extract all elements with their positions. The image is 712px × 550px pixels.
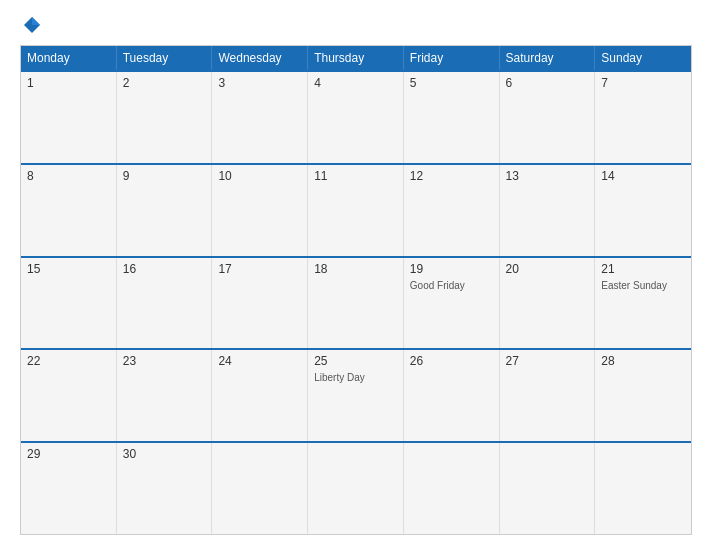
cal-cell-28: 28 [595,350,691,441]
day-number: 17 [218,262,301,276]
day-number: 16 [123,262,206,276]
cal-cell-2: 2 [117,72,213,163]
cal-cell-25: 25Liberty Day [308,350,404,441]
day-number: 1 [27,76,110,90]
day-number: 21 [601,262,685,276]
day-number: 13 [506,169,589,183]
header-day-monday: Monday [21,46,117,70]
cal-cell-9: 9 [117,165,213,256]
cal-cell-14: 14 [595,165,691,256]
day-number: 11 [314,169,397,183]
week-row-4: 22232425Liberty Day262728 [21,348,691,441]
cal-cell-20: 20 [500,258,596,349]
cal-cell-empty-6 [595,443,691,534]
day-number: 28 [601,354,685,368]
cal-cell-23: 23 [117,350,213,441]
cal-cell-empty-3 [308,443,404,534]
cal-cell-10: 10 [212,165,308,256]
cal-cell-empty-5 [500,443,596,534]
cal-cell-18: 18 [308,258,404,349]
day-number: 10 [218,169,301,183]
day-number: 26 [410,354,493,368]
calendar: MondayTuesdayWednesdayThursdayFridaySatu… [20,45,692,535]
holiday-label: Easter Sunday [601,280,685,291]
cal-cell-21: 21Easter Sunday [595,258,691,349]
day-number: 29 [27,447,110,461]
day-number: 9 [123,169,206,183]
week-row-3: 1516171819Good Friday2021Easter Sunday [21,256,691,349]
cal-cell-15: 15 [21,258,117,349]
header-day-saturday: Saturday [500,46,596,70]
day-number: 22 [27,354,110,368]
day-number: 12 [410,169,493,183]
header-day-friday: Friday [404,46,500,70]
cal-cell-30: 30 [117,443,213,534]
cal-cell-27: 27 [500,350,596,441]
cal-cell-6: 6 [500,72,596,163]
header-day-tuesday: Tuesday [117,46,213,70]
svg-marker-1 [32,17,40,25]
cal-cell-13: 13 [500,165,596,256]
day-number: 14 [601,169,685,183]
cal-cell-empty-2 [212,443,308,534]
day-number: 23 [123,354,206,368]
day-number: 5 [410,76,493,90]
cal-cell-8: 8 [21,165,117,256]
day-number: 27 [506,354,589,368]
logo [20,15,44,35]
cal-cell-4: 4 [308,72,404,163]
page: MondayTuesdayWednesdayThursdayFridaySatu… [0,0,712,550]
calendar-header-row: MondayTuesdayWednesdayThursdayFridaySatu… [21,46,691,70]
logo-icon [22,15,42,35]
week-row-2: 891011121314 [21,163,691,256]
day-number: 19 [410,262,493,276]
day-number: 2 [123,76,206,90]
cal-cell-11: 11 [308,165,404,256]
calendar-body: 12345678910111213141516171819Good Friday… [21,70,691,534]
day-number: 20 [506,262,589,276]
day-number: 25 [314,354,397,368]
header-day-thursday: Thursday [308,46,404,70]
cal-cell-16: 16 [117,258,213,349]
day-number: 8 [27,169,110,183]
cal-cell-26: 26 [404,350,500,441]
cal-cell-7: 7 [595,72,691,163]
cal-cell-3: 3 [212,72,308,163]
cal-cell-12: 12 [404,165,500,256]
cal-cell-24: 24 [212,350,308,441]
cal-cell-1: 1 [21,72,117,163]
cal-cell-29: 29 [21,443,117,534]
day-number: 30 [123,447,206,461]
week-row-1: 1234567 [21,70,691,163]
cal-cell-22: 22 [21,350,117,441]
header-day-sunday: Sunday [595,46,691,70]
day-number: 7 [601,76,685,90]
cal-cell-19: 19Good Friday [404,258,500,349]
day-number: 24 [218,354,301,368]
cal-cell-5: 5 [404,72,500,163]
cal-cell-17: 17 [212,258,308,349]
header-day-wednesday: Wednesday [212,46,308,70]
week-row-5: 2930 [21,441,691,534]
holiday-label: Liberty Day [314,372,397,383]
day-number: 3 [218,76,301,90]
header [20,15,692,35]
day-number: 6 [506,76,589,90]
cal-cell-empty-4 [404,443,500,534]
day-number: 15 [27,262,110,276]
day-number: 4 [314,76,397,90]
day-number: 18 [314,262,397,276]
holiday-label: Good Friday [410,280,493,291]
